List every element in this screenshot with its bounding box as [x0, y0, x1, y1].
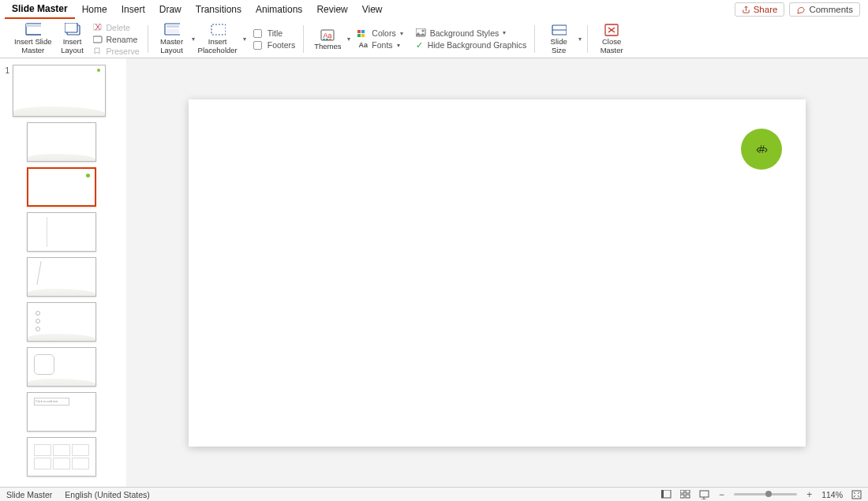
svg-rect-14: [323, 39, 325, 40]
rename-button[interactable]: Rename: [90, 34, 142, 45]
footers-label: Footers: [268, 40, 296, 50]
rename-label: Rename: [107, 35, 138, 44]
insert-slide-master-label: Insert Slide Master: [14, 38, 52, 55]
slide-size-dropdown-icon[interactable]: ▾: [578, 36, 582, 43]
layout-thumbnail-3[interactable]: [27, 212, 96, 252]
slideshow-view-button[interactable]: [698, 490, 709, 499]
insert-layout-button[interactable]: Insert Layout: [55, 21, 90, 57]
checkbox-icon: [253, 29, 262, 38]
fonts-button[interactable]: AaFonts▾: [355, 39, 405, 50]
share-label: Share: [754, 5, 778, 14]
title-label: Title: [268, 28, 282, 38]
normal-view-button[interactable]: [660, 490, 672, 499]
slide-size-icon: [551, 23, 567, 37]
title-checkbox[interactable]: Title: [251, 28, 298, 39]
share-icon: [742, 6, 750, 14]
master-layout-icon: [164, 23, 180, 37]
slide-size-button[interactable]: Slide Size: [541, 21, 576, 57]
placeholder-dropdown-icon[interactable]: ▾: [243, 36, 246, 43]
layout-thumbnail-1[interactable]: [27, 122, 96, 162]
svg-rect-20: [361, 34, 365, 37]
svg-rect-33: [686, 495, 690, 498]
tab-slide-master[interactable]: Slide Master: [5, 0, 75, 19]
tab-home[interactable]: Home: [75, 1, 114, 18]
preserve-button[interactable]: Preserve: [90, 46, 142, 57]
slide-size-label: Slide Size: [551, 38, 567, 55]
zoom-out-button[interactable]: −: [717, 489, 726, 500]
slide-canvas[interactable]: ‹#›: [189, 99, 806, 447]
insert-placeholder-label: Insert Placeholder: [198, 38, 238, 55]
layout-thumbnail-2[interactable]: [27, 167, 96, 207]
svg-rect-19: [357, 34, 361, 37]
layout-thumbnail-4[interactable]: [27, 257, 96, 297]
themes-button[interactable]: Aa Themes: [310, 26, 345, 53]
layout-thumbnail-6[interactable]: [27, 347, 96, 387]
slide-canvas-area[interactable]: ‹#›: [126, 58, 868, 487]
svg-rect-17: [357, 30, 361, 33]
tab-view[interactable]: View: [355, 1, 390, 18]
fit-window-button[interactable]: [851, 490, 862, 499]
tab-draw[interactable]: Draw: [152, 1, 189, 18]
ribbon-group-edit-master: Insert Slide Master Insert Layout Delete…: [5, 21, 148, 58]
layout-thumbnail-8[interactable]: [27, 437, 96, 477]
ribbon-group-size: Slide Size ▾: [535, 21, 588, 58]
bg-dropdown-icon: ▾: [503, 29, 506, 36]
layout-icon: [65, 23, 80, 37]
colors-label: Colors: [372, 28, 395, 38]
zoom-in-button[interactable]: +: [805, 489, 814, 500]
insert-placeholder-button[interactable]: Insert Placeholder: [195, 21, 241, 57]
comments-button[interactable]: Comments: [789, 2, 860, 17]
svg-text:Aa: Aa: [324, 32, 332, 39]
colors-button[interactable]: Colors▾: [355, 28, 405, 39]
tab-animations[interactable]: Animations: [249, 1, 309, 18]
background-styles-button[interactable]: Background Styles▾: [413, 28, 529, 39]
layout-thumbnail-7[interactable]: Click to add text: [27, 392, 96, 432]
insert-slide-master-button[interactable]: Insert Slide Master: [11, 21, 55, 57]
svg-rect-10: [166, 29, 179, 33]
svg-rect-34: [700, 491, 709, 497]
svg-rect-30: [680, 490, 684, 493]
ribbon-group-themes: Aa Themes ▾ Colors▾ AaFonts▾ Background …: [304, 21, 535, 58]
svg-rect-37: [852, 491, 861, 499]
tab-transitions[interactable]: Transitions: [189, 1, 249, 18]
svg-rect-18: [361, 30, 365, 33]
insert-layout-label: Insert Layout: [61, 38, 84, 55]
slide-number-placeholder[interactable]: ‹#›: [741, 129, 782, 170]
fonts-dropdown-icon: ▾: [397, 42, 400, 49]
svg-rect-16: [329, 39, 331, 40]
delete-button[interactable]: Delete: [90, 22, 142, 33]
slide-thumbnails-pane[interactable]: 1 Click to add text: [0, 58, 126, 487]
colors-dropdown-icon: ▾: [400, 30, 403, 37]
zoom-slider[interactable]: [734, 493, 797, 495]
colors-icon: [357, 28, 369, 38]
ribbon-group-close: Close Master: [588, 21, 635, 58]
app-tab-bar: Slide Master Home Insert Draw Transition…: [0, 0, 868, 19]
zoom-value[interactable]: 114%: [821, 490, 843, 499]
rename-icon: [92, 35, 103, 44]
sorter-view-button[interactable]: [679, 490, 690, 499]
checkbox-icon: [253, 41, 262, 50]
status-language[interactable]: English (United States): [65, 490, 149, 499]
fonts-icon: Aa: [357, 40, 369, 50]
hide-bg-checkbox[interactable]: ✓Hide Background Graphics: [413, 39, 529, 51]
themes-dropdown-icon[interactable]: ▾: [347, 36, 350, 43]
tab-insert[interactable]: Insert: [114, 1, 152, 18]
slide-master-icon: [25, 23, 41, 37]
close-master-button[interactable]: Close Master: [594, 21, 629, 57]
master-index: 1: [3, 65, 9, 75]
master-thumbnail[interactable]: [13, 65, 106, 117]
layout-thumbnail-5[interactable]: [27, 302, 96, 342]
master-layout-button[interactable]: Master Layout: [155, 21, 189, 57]
share-button[interactable]: Share: [735, 2, 785, 17]
svg-rect-32: [680, 495, 684, 498]
tab-review[interactable]: Review: [309, 1, 354, 18]
comment-icon: [796, 6, 806, 14]
footers-checkbox[interactable]: Footers: [251, 39, 298, 50]
ribbon: Insert Slide Master Insert Layout Delete…: [0, 19, 868, 58]
svg-rect-29: [661, 490, 664, 498]
background-icon: [416, 28, 427, 38]
fonts-label: Fonts: [372, 40, 392, 50]
delete-label: Delete: [107, 23, 130, 32]
svg-rect-1: [26, 24, 41, 27]
svg-rect-15: [326, 39, 328, 40]
